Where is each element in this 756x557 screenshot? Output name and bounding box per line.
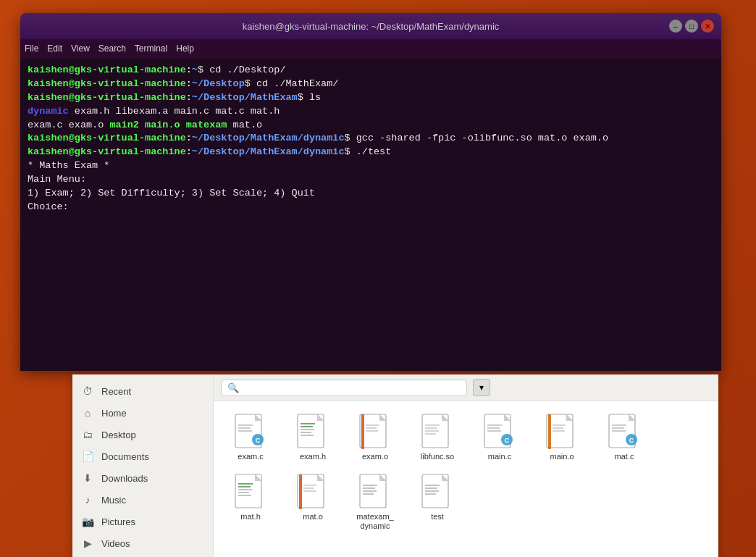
file-label-main-c: main.c xyxy=(488,452,511,461)
menu-view[interactable]: View xyxy=(71,43,90,54)
menu-edit[interactable]: Edit xyxy=(47,43,62,54)
sidebar-item-downloads[interactable]: ⬇ Downloads xyxy=(72,467,213,489)
file-mat-o[interactable]: mat.o xyxy=(283,469,343,535)
file-label-exam-h: exam.h xyxy=(300,452,326,461)
search-dropdown-button[interactable]: ▾ xyxy=(473,379,490,396)
minimize-button[interactable]: – xyxy=(669,20,682,33)
terminal-titlebar: kaishen@gks-virtual-machine: ~/Desktop/M… xyxy=(20,13,721,39)
window-controls: – □ ✕ xyxy=(669,20,714,33)
sidebar-item-desktop[interactable]: 🗂 Desktop xyxy=(72,424,213,445)
search-input[interactable] xyxy=(243,382,461,393)
terminal-line-3: kaishen@gks-virtual-machine:~/Desktop/Ma… xyxy=(28,91,714,105)
svg-rect-19 xyxy=(361,414,364,449)
file-icon-test xyxy=(420,473,455,511)
close-button[interactable]: ✕ xyxy=(701,20,714,33)
file-label-test: test xyxy=(431,512,444,522)
downloads-icon: ⬇ xyxy=(81,472,94,485)
search-icon: 🔍 xyxy=(227,382,239,393)
sidebar-item-pictures[interactable]: 📷 Pictures xyxy=(72,511,213,532)
file-icon-mat-c: C xyxy=(607,413,642,451)
sidebar-label-pictures: Pictures xyxy=(101,516,135,527)
file-icon-matexam-dynamic xyxy=(358,473,392,511)
sidebar-label-desktop: Desktop xyxy=(101,430,136,440)
terminal-line-4: dynamic exam.h libexam.a main.c mat.c ma… xyxy=(28,105,714,119)
file-label-matexam-dynamic: matexam_dynamic xyxy=(356,512,393,531)
file-mat-c[interactable]: C mat.c xyxy=(595,409,654,466)
menu-search[interactable]: Search xyxy=(98,43,126,54)
file-matexam-dynamic[interactable]: matexam_dynamic xyxy=(345,469,405,535)
terminal-output-3: 1) Exam; 2) Set Difficulty; 3) Set Scale… xyxy=(28,187,714,201)
terminal-output-1: * Maths Exam * xyxy=(28,159,714,173)
svg-rect-41 xyxy=(548,414,551,449)
terminal-line-1: kaishen@gks-virtual-machine:~$ cd ./Desk… xyxy=(28,64,714,78)
sidebar-label-music: Music xyxy=(101,495,126,506)
file-label-mat-o: mat.o xyxy=(303,512,323,522)
music-icon: ♪ xyxy=(81,493,94,506)
file-main-c[interactable]: C main.c xyxy=(470,409,529,466)
home-icon: ⌂ xyxy=(81,406,94,419)
videos-icon: ▶ xyxy=(81,537,94,550)
fm-main: 🔍 ▾ C xyxy=(214,374,718,557)
svg-text:C: C xyxy=(629,437,634,444)
sidebar-item-home[interactable]: ⌂ Home xyxy=(72,402,213,424)
sidebar-label-recent: Recent xyxy=(101,386,131,397)
sidebar-label-documents: Documents xyxy=(101,451,149,462)
file-label-mat-h: mat.h xyxy=(240,512,261,522)
file-icon-exam-c: C xyxy=(233,413,268,451)
documents-icon: 📄 xyxy=(81,450,94,463)
sidebar-item-recent[interactable]: ⏱ Recent xyxy=(72,380,213,402)
sidebar-label-home: Home xyxy=(101,408,127,419)
file-icon-main-o xyxy=(545,413,579,451)
svg-text:C: C xyxy=(256,437,261,444)
sidebar-item-music[interactable]: ♪ Music xyxy=(72,489,213,511)
file-label-main-o: main.o xyxy=(550,452,574,461)
fm-toolbar: 🔍 ▾ xyxy=(214,374,718,401)
file-icon-main-c: C xyxy=(482,413,517,451)
svg-rect-64 xyxy=(299,474,302,509)
sidebar-label-videos: Videos xyxy=(101,538,130,549)
desktop-icon: 🗂 xyxy=(81,428,94,441)
terminal-line-2: kaishen@gks-virtual-machine:~/Desktop$ c… xyxy=(28,78,714,91)
file-exam-h[interactable]: exam.h xyxy=(283,409,343,466)
terminal-title: kaishen@gks-virtual-machine: ~/Desktop/M… xyxy=(243,21,500,32)
file-icon-exam-o xyxy=(358,413,392,451)
fm-sidebar: ⏱ Recent ⌂ Home 🗂 Desktop 📄 Documents ⬇ … xyxy=(72,374,214,557)
maximize-button[interactable]: □ xyxy=(685,20,698,33)
file-icon-mat-o xyxy=(295,473,330,511)
file-label-exam-o: exam.o xyxy=(362,452,388,461)
menu-help[interactable]: Help xyxy=(176,43,194,54)
terminal-output-4: Choice: xyxy=(28,201,714,214)
file-icon-mat-h xyxy=(233,473,268,511)
file-mat-h[interactable]: mat.h xyxy=(221,469,280,535)
file-test[interactable]: test xyxy=(408,469,467,535)
file-label-exam-c: exam.c xyxy=(238,452,263,461)
file-main-o[interactable]: main.o xyxy=(532,409,592,466)
fm-content: C exam.c xyxy=(214,401,718,557)
pictures-icon: 📷 xyxy=(81,515,94,528)
sidebar-item-videos[interactable]: ▶ Videos xyxy=(72,532,213,554)
file-exam-c[interactable]: C exam.c xyxy=(221,409,280,466)
file-libfunc-so[interactable]: libfunc.so xyxy=(408,409,467,466)
file-icon-libfunc-so xyxy=(420,413,455,451)
file-label-libfunc-so: libfunc.so xyxy=(421,452,454,461)
menu-terminal[interactable]: Terminal xyxy=(135,43,167,54)
file-manager: ⏱ Recent ⌂ Home 🗂 Desktop 📄 Documents ⬇ … xyxy=(72,374,718,557)
svg-text:C: C xyxy=(505,437,510,444)
terminal-menubar: File Edit View Search Terminal Help xyxy=(20,39,721,58)
sidebar-label-downloads: Downloads xyxy=(101,473,148,484)
fm-search-box[interactable]: 🔍 xyxy=(221,380,467,396)
terminal-window: kaishen@gks-virtual-machine: ~/Desktop/M… xyxy=(20,13,721,371)
file-icon-exam-h xyxy=(295,413,330,451)
terminal-output-2: Main Menu: xyxy=(28,173,714,187)
file-label-mat-c: mat.c xyxy=(615,452,634,461)
menu-file[interactable]: File xyxy=(25,43,38,54)
recent-icon: ⏱ xyxy=(81,385,94,398)
terminal-line-5: exam.c exam.o main2 main.o matexam mat.o xyxy=(28,119,714,133)
terminal-line-6: kaishen@gks-virtual-machine:~/Desktop/Ma… xyxy=(28,132,714,146)
sidebar-item-documents[interactable]: 📄 Documents xyxy=(72,445,213,467)
file-exam-o[interactable]: exam.o xyxy=(345,409,405,466)
terminal-body[interactable]: kaishen@gks-virtual-machine:~$ cd ./Desk… xyxy=(20,58,721,371)
terminal-line-7: kaishen@gks-virtual-machine:~/Desktop/Ma… xyxy=(28,146,714,159)
